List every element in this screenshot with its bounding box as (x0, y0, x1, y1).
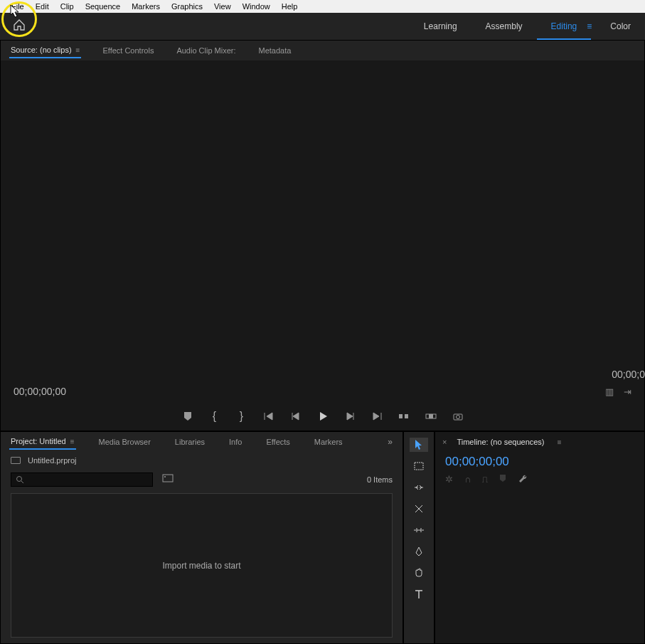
workspace-menu-icon[interactable]: ≡ (587, 21, 592, 31)
project-icon (11, 457, 21, 464)
export-frame-button[interactable] (452, 411, 464, 422)
import-hint-label: Import media to start (162, 561, 240, 571)
workspace-bar: Learning Assembly Editing ≡ Color (0, 13, 645, 40)
tab-markers-panel[interactable]: Markers (313, 435, 344, 449)
svg-point-9 (164, 476, 166, 477)
tab-info[interactable]: Info (228, 435, 243, 449)
workspace-learning[interactable]: Learning (410, 13, 471, 40)
timeline-settings-icon[interactable] (518, 473, 528, 485)
source-viewport (1, 60, 644, 381)
mark-out-button[interactable]: } (236, 411, 247, 422)
overwrite-button[interactable] (425, 411, 437, 422)
add-marker-button[interactable] (182, 411, 193, 422)
type-tool[interactable] (410, 587, 428, 601)
step-back-button[interactable] (290, 411, 302, 422)
timeline-title-label: Timeline: (no sequences) (457, 438, 544, 446)
pen-tool[interactable] (410, 544, 428, 559)
tab-source-label: Source: (no clips) (11, 46, 72, 54)
timeline-panel: × Timeline: (no sequences) ≡ 00;00;00;00… (435, 431, 645, 644)
source-monitor-panel: Source: (no clips) ≡ Effect Controls Aud… (0, 40, 645, 431)
search-icon (16, 475, 24, 484)
razor-tool[interactable] (410, 523, 428, 537)
transport-controls: { } (1, 402, 644, 431)
menu-graphics[interactable]: Graphics (166, 1, 208, 12)
menu-markers[interactable]: Markers (126, 1, 166, 12)
rate-stretch-tool[interactable] (410, 502, 428, 516)
tab-effects[interactable]: Effects (265, 435, 291, 449)
play-button[interactable] (317, 411, 329, 422)
hand-tool[interactable] (410, 566, 428, 580)
step-forward-button[interactable] (344, 411, 356, 422)
menu-clip[interactable]: Clip (55, 1, 80, 12)
panel-menu-icon[interactable]: ≡ (558, 438, 562, 446)
menu-file[interactable]: File (6, 1, 30, 12)
panel-menu-icon[interactable]: ≡ (70, 438, 75, 445)
tab-libraries[interactable]: Libraries (174, 435, 206, 449)
svg-rect-0 (399, 414, 403, 418)
tab-metadata[interactable]: Metadata (257, 43, 293, 58)
menu-bar: File Edit Clip Sequence Markers Graphics… (0, 0, 645, 13)
svg-point-5 (456, 415, 459, 418)
selection-tool[interactable] (410, 438, 428, 452)
svg-rect-1 (405, 414, 408, 418)
tab-effect-controls[interactable]: Effect Controls (101, 43, 155, 58)
new-bin-icon[interactable] (161, 473, 176, 487)
timeline-marker-icon[interactable] (499, 474, 506, 485)
items-count-label: 0 Items (367, 475, 393, 484)
svg-rect-8 (163, 475, 173, 482)
close-timeline-icon[interactable]: × (442, 438, 447, 446)
workspace-assembly[interactable]: Assembly (471, 13, 537, 40)
svg-rect-3 (429, 414, 433, 418)
home-icon[interactable] (13, 19, 26, 33)
project-search-input[interactable] (11, 473, 153, 487)
tab-media-browser[interactable]: Media Browser (97, 435, 152, 449)
tab-source[interactable]: Source: (no clips) ≡ (9, 43, 81, 58)
tab-audio-clip-mixer[interactable]: Audio Clip Mixer: (175, 43, 237, 58)
workspace-editing[interactable]: Editing (537, 13, 592, 40)
menu-window[interactable]: Window (237, 1, 276, 12)
project-filename: Untitled.prproj (28, 456, 76, 465)
add-marker-icon[interactable]: ⎍ (482, 474, 488, 485)
overflow-icon[interactable]: » (388, 437, 393, 447)
ripple-edit-tool[interactable] (410, 480, 428, 495)
menu-view[interactable]: View (208, 1, 237, 12)
panel-menu-icon[interactable]: ≡ (76, 46, 80, 54)
goto-out-button[interactable] (371, 411, 383, 422)
menu-help[interactable]: Help (276, 1, 304, 12)
tab-project[interactable]: Project: Untitled ≡ (9, 434, 76, 450)
track-select-tool[interactable] (410, 459, 428, 473)
svg-line-7 (21, 481, 23, 483)
settings-icon[interactable]: ⇥ (624, 386, 631, 397)
menu-sequence[interactable]: Sequence (80, 1, 127, 12)
program-timecode[interactable]: 00;00;0 (612, 369, 645, 380)
tab-project-label: Project: Untitled (11, 437, 66, 445)
mark-in-button[interactable]: { (209, 411, 220, 422)
project-panel: Project: Untitled ≡ Media Browser Librar… (0, 431, 403, 644)
project-bin-area[interactable]: Import media to start (11, 493, 393, 638)
tab-timeline[interactable]: Timeline: (no sequences) ≡ (455, 435, 563, 449)
insert-button[interactable] (398, 411, 410, 422)
linked-selection-icon[interactable]: ∩ (464, 474, 471, 485)
fit-icon[interactable]: ▥ (605, 386, 614, 397)
goto-in-button[interactable] (263, 411, 274, 422)
timeline-timecode[interactable]: 00;00;00;00 (435, 452, 644, 473)
tool-palette (403, 431, 435, 644)
source-timecode-left[interactable]: 00;00;00;00 (14, 386, 66, 397)
svg-rect-10 (415, 463, 423, 470)
workspace-color[interactable]: Color (596, 13, 645, 40)
menu-edit[interactable]: Edit (30, 1, 55, 12)
snap-icon[interactable]: ✲ (445, 474, 453, 485)
svg-point-6 (17, 477, 22, 482)
